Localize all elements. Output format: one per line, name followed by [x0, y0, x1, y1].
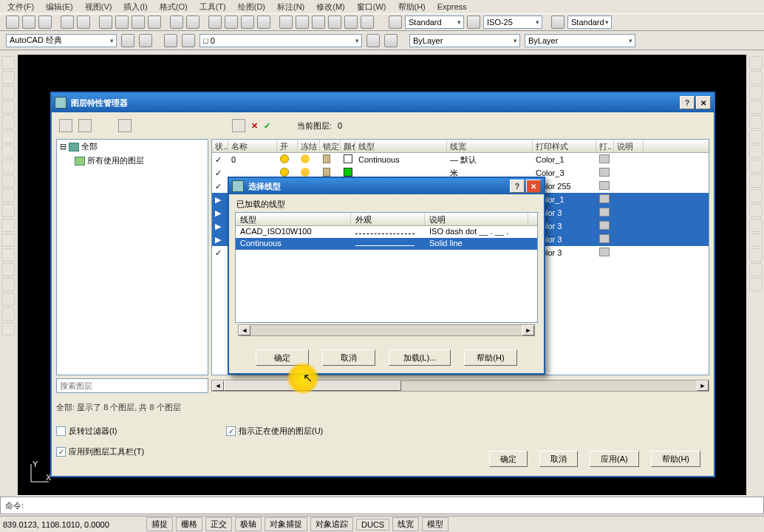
help-button-2[interactable]: 帮助(H) — [651, 451, 700, 467]
menu-item[interactable]: 视图(V) — [81, 1, 117, 13]
explode-icon[interactable] — [749, 278, 763, 291]
zoom-rt-icon[interactable] — [225, 16, 238, 29]
erase-icon[interactable] — [749, 56, 763, 69]
menu-item[interactable]: 窗口(W) — [352, 1, 391, 13]
menu-item[interactable]: 帮助(H) — [394, 1, 430, 13]
markup-icon[interactable] — [344, 16, 358, 29]
layermgr-titlebar[interactable]: 图层特性管理器 ? ✕ — [52, 93, 714, 112]
lt-row-selected[interactable]: Continuous Solid line — [236, 238, 537, 250]
osnap-toggle[interactable]: 对象捕捉 — [265, 517, 307, 531]
pan-icon[interactable] — [208, 16, 222, 29]
new-group-icon[interactable] — [78, 119, 92, 132]
scroll-left-icon[interactable]: ◄ — [212, 381, 224, 391]
menu-item[interactable]: 格式(O) — [155, 1, 192, 13]
polar-toggle[interactable]: 极轴 — [235, 517, 262, 531]
linetype-combo[interactable]: ByLayer — [525, 34, 635, 47]
layerprops-icon[interactable] — [164, 34, 177, 47]
extend-icon[interactable] — [749, 204, 763, 217]
layer-row[interactable]: ✓0Continuous— 默认Color_1 — [212, 153, 709, 166]
menu-item[interactable]: 工具(T) — [195, 1, 231, 13]
linetype-list[interactable]: 线型 外观 说明 ACAD_ISO10W100 ISO dash dot __ … — [235, 212, 538, 323]
plot-icon[interactable] — [61, 16, 74, 29]
copy-icon[interactable] — [115, 16, 129, 29]
tpalette-icon[interactable] — [312, 16, 325, 29]
close-button[interactable]: ✕ — [696, 96, 711, 109]
menu-item[interactable]: 文件(F) — [3, 1, 38, 13]
pline-icon[interactable] — [1, 86, 15, 99]
zoom-prev-icon[interactable] — [257, 16, 270, 29]
chamfer-icon[interactable] — [749, 248, 763, 262]
lt-help-button[interactable]: ? — [510, 180, 525, 193]
ws-settings-icon[interactable] — [121, 34, 134, 47]
menu-item[interactable]: 标注(N) — [273, 1, 309, 13]
join-icon[interactable] — [749, 233, 763, 247]
layer-hscroll[interactable]: ◄ ► — [211, 380, 709, 392]
point-icon[interactable] — [1, 248, 15, 262]
menu-item[interactable]: 编辑(E) — [41, 1, 78, 13]
lt-load-button[interactable]: 加载(L)... — [389, 349, 451, 366]
scale-icon[interactable] — [749, 160, 763, 173]
dcenter-icon[interactable] — [296, 16, 309, 29]
match-icon[interactable] — [148, 16, 161, 29]
lt-cancel-button[interactable]: 取消 — [322, 349, 375, 366]
layer-state-icon[interactable] — [182, 34, 195, 47]
array-icon[interactable] — [749, 115, 763, 129]
open-icon[interactable] — [22, 16, 35, 29]
redo-icon[interactable] — [186, 16, 199, 29]
stretch-icon[interactable] — [749, 174, 763, 188]
copy2-icon[interactable] — [749, 71, 763, 84]
scroll-right-icon[interactable]: ► — [697, 381, 709, 391]
tree-root[interactable]: 全部 — [81, 141, 98, 152]
menu-item[interactable]: 修改(M) — [312, 1, 349, 13]
ltdialog-titlebar[interactable]: 选择线型 ? ✕ — [229, 178, 544, 194]
insert-icon[interactable] — [1, 219, 15, 232]
tablestyle-icon[interactable] — [551, 16, 565, 29]
states-icon[interactable] — [118, 119, 132, 132]
gradient-icon[interactable] — [1, 278, 15, 291]
rotate-icon[interactable] — [749, 145, 763, 158]
tree-child[interactable]: 所有使用的图层 — [87, 155, 144, 166]
lt-close-button[interactable]: ✕ — [526, 180, 541, 193]
tablestyle-combo[interactable]: Standard — [567, 16, 612, 29]
otrack-toggle[interactable]: 对象追踪 — [310, 517, 353, 531]
spline-icon[interactable] — [1, 174, 15, 188]
invert-filter-checkbox[interactable] — [56, 426, 66, 436]
menu-item[interactable]: 绘图(D) — [233, 1, 270, 13]
revcloud-icon[interactable] — [1, 160, 15, 173]
block-icon[interactable] — [1, 233, 15, 247]
lt-row[interactable]: ACAD_ISO10W100 ISO dash dot __ . __ . — [236, 226, 537, 238]
scroll-thumb[interactable] — [224, 381, 401, 391]
zoom-win-icon[interactable] — [241, 16, 254, 29]
textstyle-icon[interactable] — [389, 16, 402, 29]
fillet-icon[interactable] — [749, 263, 763, 276]
layer-prev-icon[interactable] — [366, 34, 380, 47]
inuse-checkbox[interactable]: ✓ — [226, 426, 236, 436]
snap-toggle[interactable]: 捕捉 — [146, 517, 173, 531]
textstyle-combo[interactable]: Standard — [405, 16, 464, 29]
new-filter-icon[interactable] — [59, 119, 72, 132]
polygon-icon[interactable] — [1, 100, 15, 114]
hatch-icon[interactable] — [1, 263, 15, 276]
ortho-toggle[interactable]: 正交 — [205, 517, 232, 531]
region-icon[interactable] — [1, 293, 15, 306]
cut-icon[interactable] — [99, 16, 112, 29]
delete-layer-icon[interactable]: ✕ — [251, 121, 258, 131]
offset-icon[interactable] — [749, 100, 763, 114]
lwt-toggle[interactable]: 线宽 — [392, 517, 419, 531]
new-layer-icon[interactable] — [232, 119, 245, 132]
undo-icon[interactable] — [170, 16, 183, 29]
set-current-icon[interactable]: ✓ — [264, 121, 270, 131]
lt-help-button-2[interactable]: 帮助(H) — [464, 349, 517, 366]
search-layer-input[interactable] — [56, 378, 208, 393]
color-combo[interactable]: ByLayer — [409, 34, 520, 47]
ok-button[interactable]: 确定 — [489, 451, 528, 467]
ducs-toggle[interactable]: DUCS — [356, 519, 389, 531]
trim-icon[interactable] — [749, 189, 763, 202]
new-icon[interactable] — [6, 16, 19, 29]
lt-hscroll[interactable]: ◄ ► — [238, 324, 535, 336]
lt-ok-button[interactable]: 确定 — [256, 349, 309, 366]
command-line[interactable]: 命令: — [0, 497, 764, 514]
break-icon[interactable] — [749, 219, 763, 232]
save-icon[interactable] — [38, 16, 52, 29]
menu-item[interactable]: Express — [433, 1, 471, 12]
